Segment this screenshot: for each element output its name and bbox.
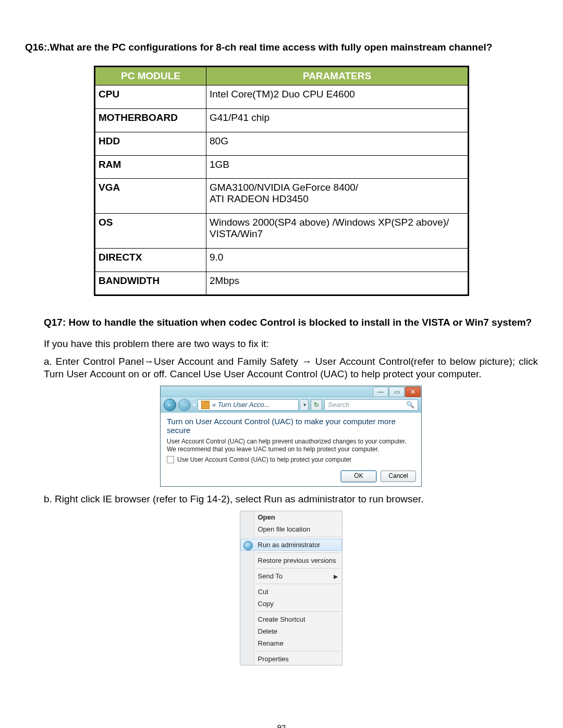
page-number: 92 — [25, 723, 538, 728]
search-input[interactable]: Search 🔍 — [324, 399, 418, 411]
table-row: VGAGMA3100/NVIDIA GeForce 8400/ ATI RADE… — [95, 179, 469, 214]
ctx-copy[interactable]: Copy — [240, 598, 342, 610]
q16-heading: Q16:.What are the PC configurations for … — [25, 42, 538, 53]
ctx-open[interactable]: Open — [240, 511, 342, 523]
uac-checkbox-label: Use User Account Control (UAC) to help p… — [177, 456, 351, 463]
table-row: CPUIntel Core(TM)2 Duo CPU E4600 — [95, 85, 469, 109]
ctx-create-shortcut[interactable]: Create Shortcut — [240, 613, 342, 625]
submenu-arrow-icon: ▶ — [334, 573, 338, 580]
table-row: HDD80G — [95, 132, 469, 155]
ctx-send-to[interactable]: Send To ▶ — [240, 570, 342, 582]
checkbox-icon[interactable] — [167, 456, 174, 463]
spec-table: PC MODULE PARAMATERS CPUIntel Core(TM)2 … — [94, 66, 469, 296]
forward-button[interactable]: → — [178, 399, 191, 411]
separator — [255, 584, 341, 584]
ctx-properties[interactable]: Properties — [240, 653, 342, 665]
search-placeholder: Search — [328, 401, 349, 409]
uac-checkbox-row[interactable]: Use User Account Control (UAC) to help p… — [167, 456, 415, 463]
window-navbar: ← → ▾ « Turn User Acco... ▾ ↻ Search 🔍 — [161, 397, 421, 413]
separator — [255, 611, 341, 612]
ok-button[interactable]: OK — [341, 471, 376, 482]
th-params: PARAMATERS — [206, 67, 469, 85]
ctx-delete[interactable]: Delete — [240, 625, 342, 637]
search-icon: 🔍 — [406, 401, 414, 409]
ctx-rename[interactable]: Rename — [240, 637, 342, 649]
breadcrumb-text: « Turn User Acco... — [212, 401, 270, 409]
table-row: RAM1GB — [95, 155, 469, 179]
th-module: PC MODULE — [95, 67, 206, 85]
breadcrumb[interactable]: « Turn User Acco... — [198, 399, 299, 411]
q17-step-a: a. Enter Control Panel→User Account and … — [44, 355, 538, 380]
ctx-cut[interactable]: Cut — [240, 586, 342, 598]
uac-window: — ▭ ✕ ← → ▾ « Turn User Acco... ▾ ↻ Sear… — [160, 386, 422, 487]
separator — [255, 552, 341, 553]
window-titlebar: — ▭ ✕ — [161, 386, 421, 397]
ctx-run-as-administrator[interactable]: Run as administrator — [240, 539, 342, 551]
uac-heading: Turn on User Account Control (UAC) to ma… — [167, 417, 415, 435]
separator — [255, 568, 341, 569]
back-button[interactable]: ← — [164, 399, 176, 411]
shield-icon — [243, 541, 253, 550]
context-menu: Open Open file location Run as administr… — [240, 511, 342, 665]
separator — [255, 537, 341, 537]
separator — [255, 651, 341, 651]
breadcrumb-dropdown[interactable]: ▾ — [301, 399, 309, 411]
refresh-button[interactable]: ↻ — [311, 399, 322, 411]
minimize-button[interactable]: — — [373, 387, 388, 397]
cancel-button[interactable]: Cancel — [381, 471, 416, 482]
uac-body-text: User Account Control (UAC) can help prev… — [167, 438, 415, 454]
q17-step-b: b. Right click IE browser (refer to Fig … — [44, 493, 538, 505]
folder-icon — [201, 401, 210, 409]
q17-intro: If you have this problem there are two w… — [44, 338, 538, 350]
ctx-open-file-location[interactable]: Open file location — [240, 523, 342, 535]
maximize-button[interactable]: ▭ — [389, 387, 405, 397]
q17-heading: Q17: How to handle the situation when co… — [44, 317, 538, 328]
close-button[interactable]: ✕ — [405, 387, 421, 397]
ctx-restore-previous-versions[interactable]: Restore previous versions — [240, 554, 342, 566]
chevron-down-icon[interactable]: ▾ — [193, 402, 195, 408]
table-row: DIRECTX9.0 — [95, 248, 469, 272]
table-row: BANDWIDTH2Mbps — [95, 272, 469, 295]
table-row: OSWindows 2000(SP4 above) /Windows XP(SP… — [95, 214, 469, 249]
table-row: MOTHERBOARDG41/P41 chip — [95, 108, 469, 132]
